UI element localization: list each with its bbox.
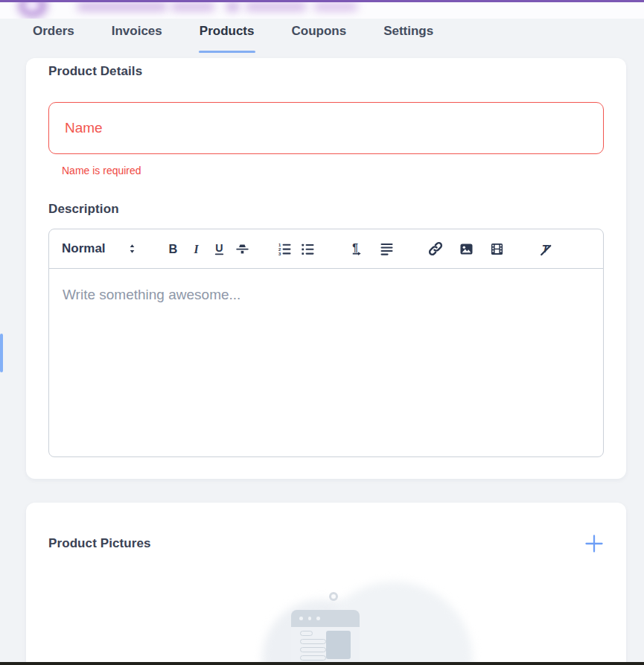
strikethrough-button[interactable] bbox=[232, 238, 252, 259]
video-icon bbox=[490, 242, 504, 256]
align-button[interactable] bbox=[377, 238, 398, 259]
link-icon bbox=[428, 241, 443, 256]
browser-dot bbox=[308, 617, 312, 620]
name-error-message: Name is required bbox=[62, 165, 604, 176]
app-header-redacted bbox=[0, 0, 644, 19]
editor-text-area[interactable]: Write something awesome... bbox=[49, 269, 603, 457]
text-direction-icon: ¶ bbox=[349, 242, 363, 256]
name-input-label: Name bbox=[65, 120, 103, 136]
italic-icon: I bbox=[189, 242, 203, 256]
svg-text:¶: ¶ bbox=[352, 242, 358, 253]
description-label: Description bbox=[48, 202, 604, 217]
editor-toolbar: Normal B I bbox=[49, 229, 603, 269]
svg-text:3: 3 bbox=[278, 251, 281, 255]
tab-settings[interactable]: Settings bbox=[383, 22, 433, 53]
skeleton-text-lines bbox=[300, 631, 326, 664]
product-details-title: Product Details bbox=[48, 64, 604, 79]
image-icon bbox=[459, 242, 474, 256]
product-pictures-card: Product Pictures bbox=[26, 503, 626, 665]
browser-dot bbox=[299, 617, 303, 620]
ordered-list-button[interactable]: 1 2 3 bbox=[274, 238, 295, 259]
clear-formatting-button[interactable]: T bbox=[535, 238, 556, 259]
left-scrollbar-thumb[interactable] bbox=[0, 334, 3, 372]
align-left-icon bbox=[380, 242, 394, 256]
empty-state-browser-illustration bbox=[291, 610, 360, 665]
italic-button[interactable]: I bbox=[185, 238, 206, 259]
bold-icon: B bbox=[166, 242, 180, 256]
svg-text:U: U bbox=[215, 242, 223, 254]
tab-products[interactable]: Products bbox=[200, 22, 255, 53]
header-text-redacted bbox=[313, 2, 358, 11]
tab-bar: Orders Invoices Products Coupons Setting… bbox=[0, 19, 644, 53]
tab-coupons[interactable]: Coupons bbox=[291, 22, 346, 53]
empty-state-ring-icon bbox=[329, 592, 338, 601]
name-input[interactable]: Name bbox=[48, 102, 604, 154]
header-text-redacted bbox=[77, 2, 168, 11]
header-text-redacted bbox=[245, 2, 307, 11]
link-button[interactable] bbox=[425, 238, 446, 259]
product-details-card: Product Details Name Name is required De… bbox=[26, 58, 626, 479]
insert-image-button[interactable] bbox=[456, 238, 476, 259]
editor-placeholder: Write something awesome... bbox=[63, 287, 590, 303]
plus-icon bbox=[584, 534, 604, 553]
header-accent-line bbox=[0, 0, 644, 2]
underline-button[interactable]: U bbox=[208, 238, 229, 259]
insert-video-button[interactable] bbox=[487, 238, 508, 259]
window-bottom-edge bbox=[0, 662, 644, 665]
strikethrough-icon bbox=[235, 242, 249, 256]
svg-text:I: I bbox=[193, 242, 199, 255]
format-select-value: Normal bbox=[62, 241, 106, 256]
ordered-list-icon: 1 2 3 bbox=[278, 242, 292, 256]
header-text-redacted bbox=[170, 2, 215, 11]
active-tab-underline bbox=[199, 51, 256, 53]
description-editor: Normal B I bbox=[48, 229, 604, 457]
text-direction-button[interactable]: ¶ bbox=[345, 238, 366, 259]
header-text-redacted bbox=[226, 2, 240, 11]
skeleton-image-block bbox=[326, 631, 351, 659]
bullet-list-button[interactable] bbox=[297, 238, 318, 259]
bold-button[interactable]: B bbox=[162, 238, 183, 259]
tab-invoices[interactable]: Invoices bbox=[112, 22, 162, 53]
tab-orders[interactable]: Orders bbox=[33, 22, 74, 53]
add-picture-button[interactable] bbox=[584, 534, 604, 553]
bullet-list-icon bbox=[301, 242, 315, 256]
browser-dot bbox=[316, 617, 320, 620]
tab-products-label: Products bbox=[200, 24, 255, 38]
underline-icon: U bbox=[212, 242, 226, 256]
svg-text:B: B bbox=[168, 242, 177, 255]
product-pictures-title: Product Pictures bbox=[48, 536, 151, 551]
format-select[interactable]: Normal bbox=[62, 241, 138, 256]
clear-formatting-icon: T bbox=[538, 241, 553, 256]
picker-caret-icon bbox=[127, 242, 138, 255]
browser-titlebar bbox=[291, 610, 360, 627]
